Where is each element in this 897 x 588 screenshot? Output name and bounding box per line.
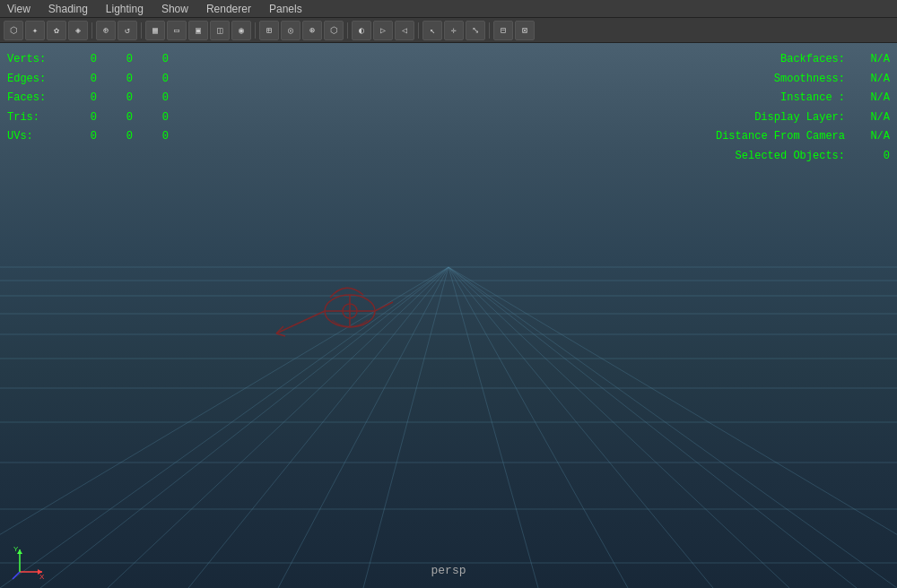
hud-stats-right: Backfaces: N/A Smoothness: N/A Instance …: [701, 50, 890, 167]
move2-btn[interactable]: ✛: [444, 21, 464, 40]
tris-row: Tris: 0 0 0: [7, 108, 169, 128]
smoothness-label: Smoothness:: [701, 70, 845, 90]
sep4: [347, 22, 348, 39]
svg-line-22: [448, 267, 897, 588]
sep3: [255, 22, 256, 39]
rotate-tool[interactable]: ↺: [118, 21, 137, 40]
smoothness-row: Smoothness: N/A: [701, 70, 890, 90]
menu-show[interactable]: Show: [158, 1, 192, 17]
tris-label: Tris:: [7, 108, 61, 128]
verts-label: Verts:: [7, 50, 61, 70]
tris-c2: 0: [97, 108, 133, 128]
faces-c2: 0: [97, 89, 133, 108]
wireframe-btn[interactable]: ▦: [145, 21, 165, 40]
ipr-btn[interactable]: ◁: [395, 21, 414, 40]
sep2: [141, 22, 142, 39]
tex-btn[interactable]: ◫: [210, 21, 230, 40]
selected-value: 0: [845, 147, 890, 167]
solid-btn[interactable]: ▭: [167, 21, 187, 40]
verts-c2: 0: [97, 50, 133, 70]
uvs-label: UVs:: [7, 127, 61, 147]
sep1: [91, 22, 92, 39]
verts-c1: 0: [61, 50, 97, 70]
sym-btn[interactable]: ⬡: [324, 21, 344, 40]
camera-rig-svg: [260, 248, 422, 383]
distance-value: N/A: [845, 127, 890, 147]
faces-label: Faces:: [7, 89, 61, 108]
sep6: [489, 22, 490, 39]
camera-label: persp: [431, 564, 466, 577]
edges-c1: 0: [61, 70, 97, 90]
axis-indicator-svg: X Y: [11, 545, 47, 581]
tris-c3: 0: [133, 108, 169, 128]
svg-text:Y: Y: [13, 545, 19, 553]
grid-btn[interactable]: ⊞: [259, 21, 279, 40]
faces-row: Faces: 0 0 0: [7, 89, 169, 108]
hud-stats-left: Verts: 0 0 0 Edges: 0 0 0 Faces: 0 0 0 T…: [7, 50, 169, 147]
distance-label: Distance From Camera: [701, 127, 845, 147]
edges-label: Edges:: [7, 70, 61, 90]
tris-c1: 0: [61, 108, 97, 128]
menu-shading[interactable]: Shading: [45, 1, 91, 17]
svg-line-32: [375, 302, 393, 311]
cam-btn[interactable]: ◐: [352, 21, 371, 40]
menu-renderer[interactable]: Renderer: [203, 1, 255, 17]
menubar: View Shading Lighting Show Renderer Pane…: [0, 0, 897, 18]
sep5: [418, 22, 419, 39]
light-btn[interactable]: ◉: [231, 21, 251, 40]
selected-label: Selected Objects:: [701, 147, 845, 167]
menu-view[interactable]: View: [4, 1, 34, 17]
backfaces-label: Backfaces:: [701, 50, 845, 70]
selected-row: Selected Objects: 0: [701, 147, 890, 167]
svg-line-21: [448, 267, 857, 588]
toolbar: ⬡ ✦ ✿ ◈ ⊕ ↺ ▦ ▭ ▣ ◫ ◉ ⊞ ◎ ⊛ ⬡ ◐ ▷ ◁ ↖ ✛ …: [0, 18, 897, 43]
displayer-value: N/A: [845, 108, 890, 128]
svg-line-19: [448, 267, 713, 588]
svg-line-17: [448, 267, 538, 588]
verts-c3: 0: [133, 50, 169, 70]
svg-line-37: [13, 572, 20, 579]
smooth-btn[interactable]: ▣: [188, 21, 208, 40]
paint-tool[interactable]: ◈: [68, 21, 88, 40]
backfaces-value: N/A: [845, 50, 890, 70]
viewport[interactable]: .grid-line { stroke: rgba(80,130,155,0.4…: [0, 43, 897, 588]
snap-btn[interactable]: ◎: [281, 21, 300, 40]
faces-c1: 0: [61, 89, 97, 108]
select2-btn[interactable]: ↖: [422, 21, 442, 40]
edges-row: Edges: 0 0 0: [7, 70, 169, 90]
menu-lighting[interactable]: Lighting: [102, 1, 147, 17]
svg-line-20: [448, 267, 789, 588]
edges-c3: 0: [133, 70, 169, 90]
verts-row: Verts: 0 0 0: [7, 50, 169, 70]
backfaces-row: Backfaces: N/A: [701, 50, 890, 70]
instance-label: Instance :: [701, 89, 845, 108]
uvs-c3: 0: [133, 127, 169, 147]
scale-btn[interactable]: ⤡: [466, 21, 485, 40]
instance-row: Instance : N/A: [701, 89, 890, 108]
instance-value: N/A: [845, 89, 890, 108]
lasso-tool[interactable]: ✿: [47, 21, 66, 40]
displayer-label: Display Layer:: [701, 108, 845, 128]
layout-btn[interactable]: ⊟: [493, 21, 513, 40]
uvs-c1: 0: [61, 127, 97, 147]
uvs-c2: 0: [97, 127, 133, 147]
render-btn[interactable]: ▷: [373, 21, 393, 40]
svg-text:X: X: [39, 573, 45, 581]
select-tool[interactable]: ⬡: [4, 21, 23, 40]
uvs-row: UVs: 0 0 0: [7, 127, 169, 147]
svg-line-18: [448, 267, 628, 588]
faces-c3: 0: [133, 89, 169, 108]
magnet-btn[interactable]: ⊛: [302, 21, 322, 40]
layout2-btn[interactable]: ⊠: [515, 21, 535, 40]
move-tool[interactable]: ✦: [25, 21, 45, 40]
displayer-row: Display Layer: N/A: [701, 108, 890, 128]
edges-c2: 0: [97, 70, 133, 90]
smoothness-value: N/A: [845, 70, 890, 90]
svg-line-26: [276, 311, 325, 333]
transform-tool[interactable]: ⊕: [96, 21, 116, 40]
menu-panels[interactable]: Panels: [266, 1, 306, 17]
distance-row: Distance From Camera N/A: [701, 127, 890, 147]
svg-line-28: [276, 333, 285, 336]
